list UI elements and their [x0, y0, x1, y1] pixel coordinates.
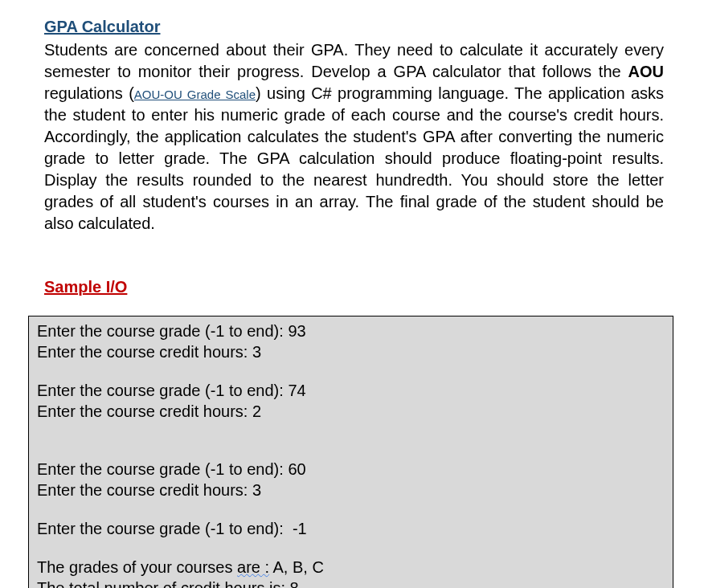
- description-text: regulations (: [44, 84, 134, 102]
- io-line: The grades of your courses are : A, B, C: [37, 557, 665, 578]
- io-line: Enter the course credit hours: 2: [37, 401, 665, 422]
- description-text: Students are concerned about their GPA. …: [44, 41, 664, 80]
- io-line: The total number of credit hours is: 8: [37, 578, 665, 588]
- sample-io-box: Enter the course grade (-1 to end): 93 E…: [28, 316, 673, 588]
- description-text: ) using C# programming language. The app…: [44, 84, 664, 232]
- io-line: Enter the course grade (-1 to end): 74: [37, 380, 665, 401]
- io-line: Enter the course credit hours: 3: [37, 480, 665, 500]
- io-line: Enter the course grade (-1 to end): 93: [37, 321, 665, 341]
- sample-io-heading: Sample I/O: [44, 276, 664, 298]
- grade-scale-link[interactable]: AOU-OU Grade Scale: [134, 88, 256, 101]
- description-paragraph: Students are concerned about their GPA. …: [44, 39, 664, 235]
- bold-aou: AOU: [628, 63, 664, 80]
- io-line: Enter the course credit hours: 3: [37, 341, 665, 362]
- io-line: Enter the course grade (-1 to end): 60: [37, 459, 665, 480]
- io-line: Enter the course grade (-1 to end): -1: [37, 518, 665, 539]
- grammar-squiggle: are :: [237, 558, 269, 576]
- document-title: GPA Calculator: [44, 16, 664, 38]
